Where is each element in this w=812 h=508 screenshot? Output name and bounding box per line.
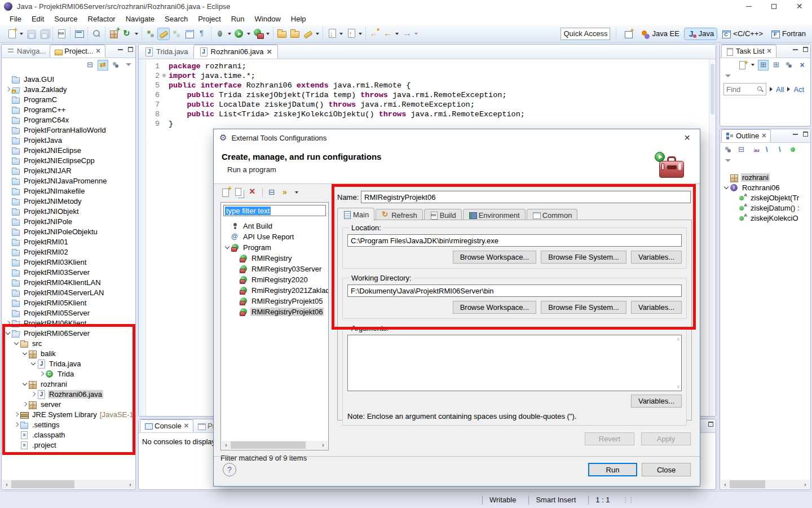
scroll-right-icon[interactable]: › [126, 481, 135, 488]
maximize-view-icon[interactable] [128, 47, 133, 52]
close-tab-icon[interactable]: ✕ [267, 48, 272, 56]
tree-item[interactable]: ProjektFortranHalloWorld [2, 125, 135, 135]
focus-on-task-icon[interactable] [111, 60, 121, 70]
tree-item[interactable]: Java.GUI [2, 74, 135, 84]
dropdown-arrow-icon[interactable] [20, 33, 23, 35]
tree-item[interactable]: ProjektRMI05Server [2, 308, 135, 318]
dialog-title-bar[interactable]: ⚙ External Tools Configurations ✕ [214, 129, 700, 146]
expander-icon[interactable] [38, 370, 45, 378]
tree-item[interactable]: ProjektRMI05Klient [2, 297, 135, 308]
expander-icon[interactable] [722, 184, 730, 191]
tree-item[interactable]: rozhrani [2, 379, 135, 389]
tree-item[interactable]: .settings [2, 419, 135, 430]
configuration-item[interactable]: API Use Report [221, 231, 328, 242]
dropdown-arrow-icon[interactable] [395, 33, 399, 35]
dialog-tab[interactable]: Environment [463, 209, 526, 221]
collapse-all-icon[interactable] [267, 187, 277, 198]
view-menu-icon[interactable] [723, 73, 731, 79]
configuration-item[interactable]: RmiRegistry2021Zaklady [221, 285, 328, 296]
hide-fields-icon[interactable] [762, 145, 772, 155]
tree-item[interactable]: ProjektJNIPoleObjektu [2, 226, 135, 237]
dropdown-arrow-icon[interactable] [339, 33, 343, 35]
configuration-item[interactable]: Program [221, 242, 328, 253]
maximize-view-icon[interactable] [803, 132, 808, 137]
new-java-project-icon[interactable] [108, 28, 120, 40]
scroll-right-icon[interactable]: › [319, 442, 328, 448]
expand-all-arrow-icon[interactable] [770, 87, 773, 91]
link-with-editor-icon[interactable] [98, 60, 108, 70]
expander-icon[interactable] [4, 319, 11, 327]
filter-all-link[interactable]: All [776, 85, 784, 94]
fold-icon[interactable] [160, 81, 169, 90]
tree-item[interactable]: ProjektRMI04KlientLAN [2, 277, 135, 287]
minimize-view-icon[interactable] [118, 49, 123, 50]
tree-item[interactable]: ProjektJNIJAR [2, 165, 135, 176]
dropdown-arrow-icon[interactable] [414, 33, 418, 35]
minimize-view-icon[interactable] [793, 133, 798, 135]
back-icon[interactable] [382, 28, 393, 40]
tree-item[interactable]: ProjektJNIObjekt [2, 206, 135, 216]
open-resource-icon[interactable] [289, 28, 301, 40]
scheduled-view-icon[interactable] [771, 60, 781, 70]
editor-tab[interactable]: Rozhrani06.java ✕ [193, 45, 278, 59]
view-menu-icon[interactable] [124, 62, 132, 68]
scroll-down-icon[interactable]: ∨ [676, 384, 680, 389]
tree-horizontal-scrollbar[interactable]: ‹ › [222, 441, 328, 449]
collapse-all-icon[interactable] [85, 60, 95, 70]
tree-item[interactable]: JRE System Library [JavaSE-1.8] [2, 409, 135, 419]
configuration-item[interactable]: RMIRegistry [221, 253, 328, 264]
variables-button[interactable]: Variables... [631, 395, 682, 408]
dialog-tab[interactable]: Refresh [376, 209, 423, 221]
configuration-item[interactable]: RMIRegistryProjekt06 [221, 306, 328, 317]
focus-icon[interactable] [723, 145, 733, 155]
dropdown-arrow-icon[interactable] [135, 33, 138, 35]
quick-access-button[interactable]: Quick Access [561, 28, 610, 40]
outline-item[interactable]: ziskejDatum() : [720, 203, 810, 213]
hide-non-public-icon[interactable] [788, 145, 798, 155]
close-tab-icon[interactable]: ✕ [96, 47, 101, 55]
tab-task-list[interactable]: Task List✕ [721, 45, 776, 58]
scroll-left-icon[interactable]: ‹ [721, 481, 730, 488]
minimize-view-icon[interactable] [793, 49, 798, 50]
tree-item[interactable]: ProgramC++ [2, 104, 135, 115]
run-button[interactable]: Run [588, 463, 637, 476]
explorer-horizontal-scrollbar[interactable]: ‹ › [2, 480, 135, 489]
profile-attach-icon[interactable] [145, 28, 156, 40]
tree-item[interactable]: ProjektJNIJavaPromenne [2, 176, 135, 186]
maximize-view-icon[interactable] [803, 47, 808, 52]
menu-item[interactable]: File [5, 14, 27, 24]
tree-item[interactable]: ProjektJNIEclipseCpp [2, 155, 135, 165]
help-button[interactable]: ? [223, 463, 236, 476]
tree-item[interactable]: .classpath [2, 430, 135, 440]
configuration-item[interactable]: RMIRegistry03Server [221, 264, 328, 274]
browse-file-system-button[interactable]: Browse File System... [541, 301, 626, 314]
tree-item[interactable]: ProjektJava [2, 135, 135, 145]
open-element-icon[interactable] [184, 28, 195, 40]
categorized-view-icon[interactable] [758, 60, 768, 70]
fold-icon[interactable] [160, 90, 169, 100]
tree-item[interactable]: Trida.java [2, 358, 135, 369]
format-icon[interactable] [302, 28, 314, 40]
perspective-fortran[interactable]: Fortran [768, 28, 809, 40]
fold-icon[interactable] [160, 119, 169, 129]
scroll-left-icon[interactable]: ‹ [2, 481, 11, 488]
mark-occurrences-icon[interactable] [158, 28, 169, 40]
expander-icon[interactable] [29, 391, 37, 398]
task-find-field[interactable] [723, 83, 766, 95]
editor-tab[interactable]: Trida.java ✕ [139, 45, 193, 59]
browse-workspace-button[interactable]: Browse Workspace... [453, 301, 537, 314]
tree-item[interactable]: ProjektJNImakefile [2, 186, 135, 196]
filter-icon[interactable] [281, 187, 291, 198]
last-edit-location-icon[interactable] [369, 28, 380, 40]
code-line[interactable]: 2 ⊕ import java.time.*; [146, 71, 709, 81]
sort-icon[interactable] [749, 145, 759, 155]
working-directory-input[interactable] [347, 284, 682, 297]
dropdown-arrow-icon[interactable] [359, 33, 362, 35]
sync-tasks-icon[interactable] [784, 60, 794, 70]
location-input[interactable] [347, 234, 682, 247]
save-icon[interactable] [25, 28, 37, 40]
scroll-up-icon[interactable]: ∧ [676, 336, 680, 342]
menu-item[interactable]: Source [49, 14, 82, 24]
revert-button[interactable]: Revert [585, 432, 634, 445]
open-console-icon[interactable] [73, 28, 85, 40]
